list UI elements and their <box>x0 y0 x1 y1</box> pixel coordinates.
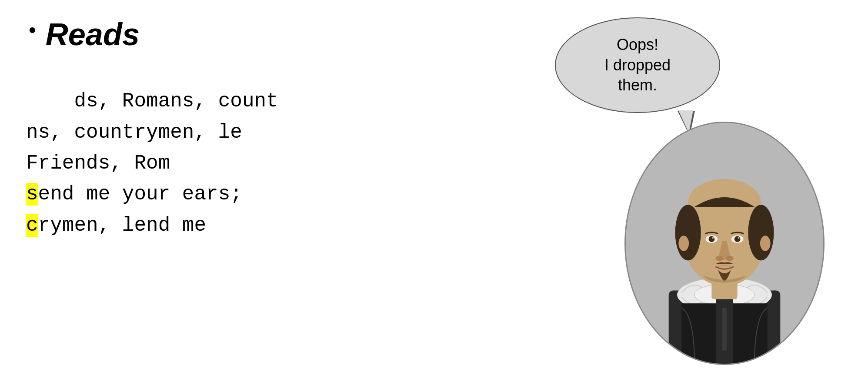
portrait-svg <box>626 123 823 364</box>
speech-text: Oops! I dropped them. <box>596 30 679 100</box>
text-block: ds, Romans, count ns, countrymen, le Fri… <box>26 55 322 272</box>
highlight-s: s <box>26 183 38 206</box>
right-section: Oops! I dropped them. <box>529 9 833 374</box>
text-line-1: ds, Romans, count ns, countrymen, le Fri… <box>26 90 278 236</box>
highlight-c: c <box>26 214 38 237</box>
reads-label: Reads <box>46 17 140 52</box>
svg-point-16 <box>726 256 734 261</box>
svg-rect-20 <box>733 303 768 363</box>
bullet-row: • Reads <box>26 17 322 52</box>
speech-line1: Oops! <box>617 36 658 53</box>
speech-bubble: Oops! I dropped them. <box>555 17 720 113</box>
bullet-dot: • <box>26 19 39 44</box>
speech-line3: them. <box>618 76 657 94</box>
svg-point-14 <box>738 237 740 239</box>
shakespeare-portrait <box>624 122 833 374</box>
svg-point-7 <box>675 205 701 260</box>
portrait-oval <box>624 122 825 365</box>
svg-point-8 <box>748 205 774 260</box>
svg-rect-22 <box>722 308 727 351</box>
svg-point-17 <box>678 236 689 251</box>
speech-line2: I dropped <box>604 56 671 74</box>
svg-point-15 <box>715 256 723 261</box>
svg-point-11 <box>708 236 714 242</box>
left-section: • Reads ds, Romans, count ns, countrymen… <box>26 17 322 272</box>
svg-rect-19 <box>681 303 716 363</box>
svg-point-12 <box>734 236 741 242</box>
svg-point-18 <box>760 236 771 251</box>
svg-point-13 <box>712 237 714 239</box>
